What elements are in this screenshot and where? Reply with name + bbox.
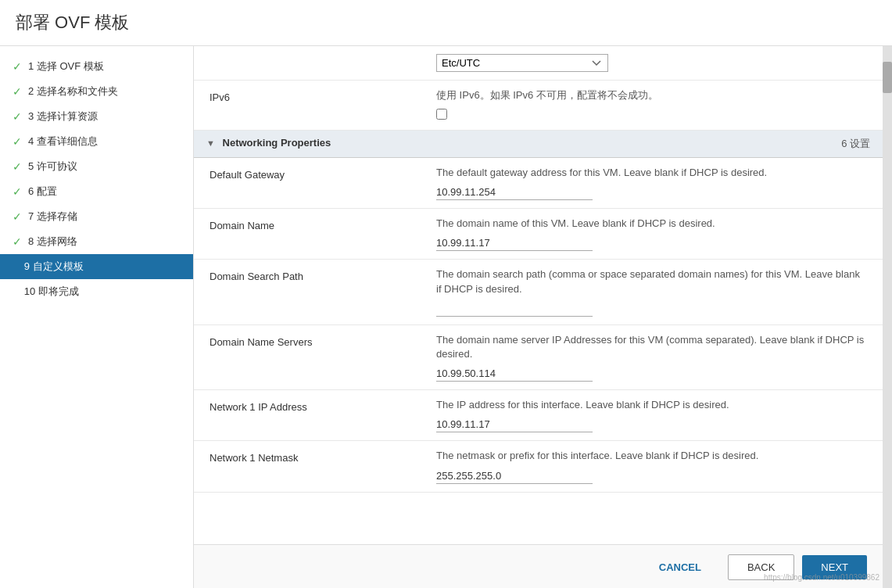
- ipv6-checkbox[interactable]: [436, 109, 447, 120]
- field-input-domain-name[interactable]: [436, 235, 593, 251]
- field-label-network1-netmask: Network 1 Netmask: [194, 441, 421, 492]
- timezone-row: Etc/UTC: [194, 46, 883, 81]
- main-layout: ✓1 选择 OVF 模板✓2 选择名称和文件夹✓3 选择计算资源✓4 查看详细信…: [0, 46, 892, 588]
- sidebar-item-step5[interactable]: ✓5 许可协议: [0, 154, 193, 179]
- page-header: 部署 OVF 模板: [0, 0, 892, 46]
- sidebar-item-step1[interactable]: ✓1 选择 OVF 模板: [0, 54, 193, 79]
- field-value-domain-name-servers: The domain name server IP Addresses for …: [421, 324, 883, 389]
- sidebar-item-label: 1 选择 OVF 模板: [28, 59, 104, 74]
- field-label-domain-name-servers: Domain Name Servers: [194, 324, 421, 389]
- ipv6-description: 使用 IPv6。如果 IPv6 不可用，配置将不会成功。: [436, 88, 867, 102]
- check-icon: ✓: [13, 110, 22, 123]
- networking-section-label: Networking Properties: [223, 137, 331, 149]
- field-row-domain-search-path: Domain Search PathThe domain search path…: [194, 260, 883, 324]
- networking-section-count: 6 设置: [841, 137, 870, 151]
- form-scroll[interactable]: Etc/UTC IPv6 使用 IPv6。如果 IPv6 不可用，配置将不会成功…: [194, 46, 883, 544]
- field-value-network1-netmask: The netmask or prefix for this interface…: [421, 441, 883, 492]
- field-description-default-gateway: The default gateway address for this VM.…: [436, 166, 867, 180]
- field-label-domain-name: Domain Name: [194, 209, 421, 260]
- field-row-network1-ip: Network 1 IP AddressThe IP address for t…: [194, 390, 883, 441]
- sidebar-item-step4[interactable]: ✓4 查看详细信息: [0, 129, 193, 154]
- field-label-network1-ip: Network 1 IP Address: [194, 390, 421, 441]
- cancel-button[interactable]: CANCEL: [640, 555, 720, 579]
- sidebar-item-step2[interactable]: ✓2 选择名称和文件夹: [0, 79, 193, 104]
- timezone-select[interactable]: Etc/UTC: [436, 54, 608, 72]
- sidebar-item-label: 5 许可协议: [28, 160, 77, 174]
- field-description-domain-name-servers: The domain name server IP Addresses for …: [436, 333, 867, 361]
- check-icon: ✓: [13, 60, 22, 73]
- sidebar-item-label: 9 自定义模板: [24, 260, 84, 274]
- field-row-default-gateway: Default GatewayThe default gateway addre…: [194, 158, 883, 209]
- field-description-network1-ip: The IP address for this interface. Leave…: [436, 398, 867, 412]
- ipv6-label: IPv6: [194, 81, 421, 131]
- sidebar-item-label: 6 配置: [28, 185, 57, 199]
- scrollbar-thumb: [883, 62, 892, 93]
- page-title: 部署 OVF 模板: [16, 11, 876, 34]
- sidebar-item-label: 10 即将完成: [24, 285, 79, 299]
- field-input-network1-netmask[interactable]: [436, 468, 593, 484]
- field-input-domain-name-servers[interactable]: [436, 366, 593, 382]
- field-value-domain-name: The domain name of this VM. Leave blank …: [421, 209, 883, 260]
- networking-section-cell: ▼ Networking Properties 6 设置: [194, 131, 883, 158]
- field-row-network1-netmask: Network 1 NetmaskThe netmask or prefix f…: [194, 441, 883, 492]
- field-row-domain-name-servers: Domain Name ServersThe domain name serve…: [194, 324, 883, 389]
- field-description-network1-netmask: The netmask or prefix for this interface…: [436, 449, 867, 463]
- collapse-icon[interactable]: ▼: [206, 138, 215, 148]
- step-number: [13, 261, 21, 273]
- sidebar-item-label: 8 选择网络: [28, 235, 77, 249]
- field-description-domain-search-path: The domain search path (comma or space s…: [436, 267, 867, 296]
- sidebar-item-step7[interactable]: ✓7 选择存储: [0, 204, 193, 229]
- check-icon: ✓: [13, 160, 22, 173]
- scrollbar-track[interactable]: [883, 46, 892, 588]
- sidebar-item-step3[interactable]: ✓3 选择计算资源: [0, 104, 193, 129]
- timezone-value-cell: Etc/UTC: [421, 46, 883, 81]
- check-icon: ✓: [13, 235, 22, 248]
- field-input-default-gateway[interactable]: [436, 185, 593, 200]
- sidebar: ✓1 选择 OVF 模板✓2 选择名称和文件夹✓3 选择计算资源✓4 查看详细信…: [0, 46, 194, 588]
- check-icon: ✓: [13, 185, 22, 198]
- field-input-network1-ip[interactable]: [436, 417, 593, 432]
- field-row-domain-name: Domain NameThe domain name of this VM. L…: [194, 209, 883, 260]
- field-value-domain-search-path: The domain search path (comma or space s…: [421, 260, 883, 324]
- field-value-default-gateway: The default gateway address for this VM.…: [421, 158, 883, 209]
- form-table: Etc/UTC IPv6 使用 IPv6。如果 IPv6 不可用，配置将不会成功…: [194, 46, 883, 493]
- sidebar-item-step10[interactable]: 10 即将完成: [0, 279, 193, 304]
- sidebar-item-label: 2 选择名称和文件夹: [28, 84, 118, 99]
- ipv6-row: IPv6 使用 IPv6。如果 IPv6 不可用，配置将不会成功。: [194, 81, 883, 131]
- check-icon: ✓: [13, 210, 22, 223]
- sidebar-item-step8[interactable]: ✓8 选择网络: [0, 229, 193, 254]
- field-description-domain-name: The domain name of this VM. Leave blank …: [436, 217, 867, 231]
- sidebar-item-step9[interactable]: 9 自定义模板: [0, 254, 193, 279]
- networking-section-header: ▼ Networking Properties 6 设置: [194, 131, 883, 158]
- field-value-network1-ip: The IP address for this interface. Leave…: [421, 390, 883, 441]
- sidebar-item-label: 7 选择存储: [28, 210, 77, 224]
- timezone-label-cell: [194, 46, 421, 81]
- content-area: Etc/UTC IPv6 使用 IPv6。如果 IPv6 不可用，配置将不会成功…: [194, 46, 883, 588]
- ipv6-cell: 使用 IPv6。如果 IPv6 不可用，配置将不会成功。: [421, 81, 883, 131]
- check-icon: ✓: [13, 135, 22, 148]
- sidebar-item-step6[interactable]: ✓6 配置: [0, 179, 193, 204]
- step-number: [13, 286, 21, 298]
- field-label-default-gateway: Default Gateway: [194, 158, 421, 209]
- watermark: https://blog.csdn.net/u010399862: [764, 573, 879, 582]
- check-icon: ✓: [13, 85, 22, 98]
- field-label-domain-search-path: Domain Search Path: [194, 260, 421, 324]
- sidebar-item-label: 4 查看详细信息: [28, 134, 98, 149]
- field-input-domain-search-path[interactable]: [436, 301, 593, 317]
- sidebar-item-label: 3 选择计算资源: [28, 109, 98, 124]
